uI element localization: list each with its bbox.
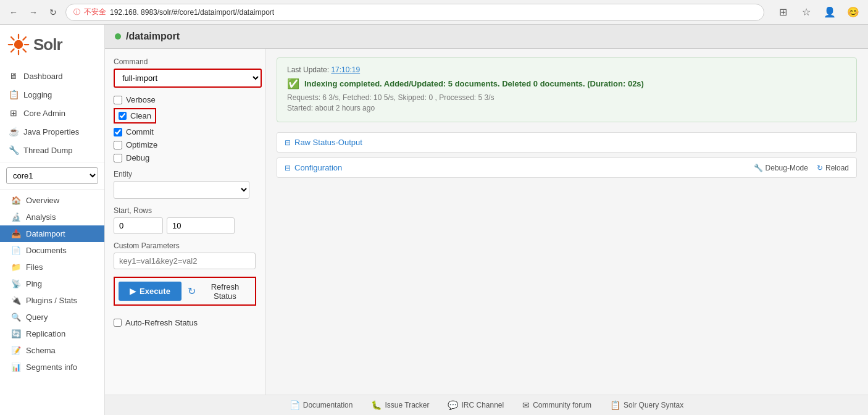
refresh-button[interactable]: ↻ Refresh Status bbox=[188, 282, 251, 301]
back-button[interactable]: ← bbox=[6, 5, 21, 20]
commit-checkbox[interactable] bbox=[114, 128, 122, 136]
footer-irc-channel[interactable]: 💬 IRC Channel bbox=[448, 400, 504, 410]
execute-label: Execute bbox=[140, 287, 170, 296]
svg-line-7 bbox=[23, 37, 26, 40]
page-title: /dataimport bbox=[126, 31, 180, 42]
start-rows-group: Start, Rows bbox=[114, 206, 256, 234]
core-nav-plugins[interactable]: 🔌 Plugins / Stats bbox=[0, 292, 104, 309]
clean-label[interactable]: Clean bbox=[130, 111, 151, 120]
forward-button[interactable]: → bbox=[26, 5, 41, 20]
footer-issue-tracker[interactable]: 🐛 Issue Tracker bbox=[371, 400, 429, 410]
sidebar-item-label: Thread Dump bbox=[23, 146, 72, 155]
sidebar-item-java-properties[interactable]: ☕ Java Properties bbox=[0, 122, 104, 141]
core-nav-analysis[interactable]: 🔬 Analysis bbox=[0, 209, 104, 225]
config-title-group: ⊟ Configuration bbox=[285, 163, 342, 172]
core-nav-label: Overview bbox=[26, 196, 59, 205]
last-update-label: Last Update: bbox=[287, 65, 329, 74]
core-nav-dataimport[interactable]: 📥 Dataimport bbox=[0, 225, 104, 242]
verbose-checkbox[interactable] bbox=[114, 96, 122, 104]
optimize-checkbox[interactable] bbox=[114, 141, 122, 149]
core-nav-ping[interactable]: 📡 Ping bbox=[0, 275, 104, 292]
security-label: 不安全 bbox=[84, 7, 106, 17]
entity-select[interactable] bbox=[114, 181, 249, 199]
status-box: Last Update: 17:10:19 ✅ Indexing complet… bbox=[277, 57, 857, 122]
svg-line-5 bbox=[11, 37, 14, 40]
issue-tracker-label: Issue Tracker bbox=[385, 401, 429, 409]
entity-group: Entity bbox=[114, 170, 256, 199]
row-inputs bbox=[114, 217, 256, 234]
query-icon: 🔍 bbox=[11, 312, 21, 322]
auto-refresh-label[interactable]: Auto-Refresh Status bbox=[125, 318, 198, 327]
debug-mode-button[interactable]: 🔧 Debug-Mode bbox=[754, 164, 808, 172]
core-nav-schema[interactable]: 📝 Schema bbox=[0, 342, 104, 359]
core-nav-documents[interactable]: 📄 Documents bbox=[0, 242, 104, 259]
url-text: 192.168. 8983/solr/#/core1/dataimport//d… bbox=[110, 8, 274, 17]
right-panel: Last Update: 17:10:19 ✅ Indexing complet… bbox=[265, 49, 868, 395]
core-nav-segments[interactable]: 📊 Segments info bbox=[0, 359, 104, 375]
svg-point-0 bbox=[14, 40, 23, 49]
irc-icon: 💬 bbox=[448, 400, 458, 410]
documentation-label: Documentation bbox=[303, 401, 353, 409]
core-selector[interactable]: core1 bbox=[6, 167, 98, 184]
core-nav-label: Segments info bbox=[26, 363, 77, 372]
sidebar-item-thread-dump[interactable]: 🔧 Thread Dump bbox=[0, 141, 104, 159]
browser-icon-1[interactable]: ⊞ bbox=[774, 4, 791, 21]
overview-icon: 🏠 bbox=[11, 196, 21, 205]
optimize-label[interactable]: Optimize bbox=[126, 140, 157, 149]
checkboxes-group: Verbose Clean Commit Optimize bbox=[114, 95, 256, 162]
verbose-label[interactable]: Verbose bbox=[126, 95, 156, 104]
refresh-label: Refresh Status bbox=[199, 282, 251, 301]
entity-label: Entity bbox=[114, 170, 256, 178]
core-nav-files[interactable]: 📁 Files bbox=[0, 259, 104, 275]
sidebar-item-core-admin[interactable]: ⊞ Core Admin bbox=[0, 104, 104, 122]
solr-logo-icon bbox=[7, 33, 30, 56]
address-bar[interactable]: ⓘ 不安全 192.168. 8983/solr/#/core1/dataimp… bbox=[65, 4, 764, 21]
configuration-section: ⊟ Configuration 🔧 Debug-Mode ↻ Reload bbox=[277, 157, 857, 178]
commit-label[interactable]: Commit bbox=[126, 127, 154, 136]
rows-input[interactable] bbox=[167, 217, 235, 234]
issue-tracker-icon: 🐛 bbox=[371, 400, 382, 410]
reload-button[interactable]: ↻ bbox=[46, 5, 61, 20]
debug-mode-label: Debug-Mode bbox=[766, 164, 808, 172]
last-update-time[interactable]: 17:10:19 bbox=[331, 65, 360, 74]
sidebar-item-dashboard[interactable]: 🖥 Dashboard bbox=[0, 67, 104, 85]
schema-icon: 📝 bbox=[11, 346, 21, 355]
core-selector-wrapper: core1 bbox=[0, 162, 104, 190]
browser-icon-2[interactable]: ☆ bbox=[798, 4, 815, 21]
footer-community-forum[interactable]: ✉ Community forum bbox=[522, 400, 591, 410]
execute-button[interactable]: ▶ Execute bbox=[119, 282, 182, 301]
clean-checkbox[interactable] bbox=[119, 112, 127, 120]
sidebar-item-logging[interactable]: 📋 Logging bbox=[0, 85, 104, 104]
footer-query-syntax[interactable]: 📋 Solr Query Syntax bbox=[610, 400, 683, 410]
core-nav-overview[interactable]: 🏠 Overview bbox=[0, 192, 104, 209]
footer-documentation[interactable]: 📄 Documentation bbox=[290, 400, 353, 410]
raw-status-collapse-icon: ⊟ bbox=[285, 138, 291, 147]
status-success-row: ✅ Indexing completed. Added/Updated: 5 d… bbox=[287, 78, 846, 90]
debug-label[interactable]: Debug bbox=[126, 153, 149, 162]
browser-icon-3[interactable]: 👤 bbox=[821, 4, 838, 21]
browser-icon-4[interactable]: 😊 bbox=[845, 4, 862, 21]
browser-bar: ← → ↻ ⓘ 不安全 192.168. 8983/solr/#/core1/d… bbox=[0, 0, 868, 25]
start-input[interactable] bbox=[114, 217, 163, 234]
raw-status-header[interactable]: ⊟ Raw Status-Output bbox=[277, 133, 856, 152]
status-requests: Requests: 6 3/s, Fetched: 10 5/s, Skippe… bbox=[287, 93, 846, 102]
main-content: /dataimport Command full-import delta-im… bbox=[105, 25, 868, 415]
community-icon: ✉ bbox=[522, 400, 530, 410]
command-select[interactable]: full-import delta-import status reload-c… bbox=[114, 69, 262, 88]
auto-refresh-checkbox[interactable] bbox=[114, 319, 122, 327]
auto-refresh-group: Auto-Refresh Status bbox=[114, 318, 256, 327]
custom-params-input[interactable] bbox=[114, 253, 256, 269]
execute-icon: ▶ bbox=[130, 287, 136, 296]
analysis-icon: 🔬 bbox=[11, 212, 21, 222]
configuration-label: Configuration bbox=[294, 163, 342, 172]
solr-logo: Solr bbox=[7, 33, 62, 56]
reload-button[interactable]: ↻ Reload bbox=[817, 164, 849, 172]
core-nav-query[interactable]: 🔍 Query bbox=[0, 309, 104, 325]
core-nav-replication[interactable]: 🔄 Replication bbox=[0, 325, 104, 342]
debug-checkbox[interactable] bbox=[114, 154, 122, 162]
core-nav-label: Plugins / Stats bbox=[26, 296, 77, 305]
configuration-header[interactable]: ⊟ Configuration 🔧 Debug-Mode ↻ Reload bbox=[277, 158, 856, 177]
query-syntax-icon: 📋 bbox=[610, 400, 620, 410]
success-message: Indexing completed. Added/Updated: 5 doc… bbox=[304, 79, 644, 88]
documents-icon: 📄 bbox=[11, 246, 21, 255]
